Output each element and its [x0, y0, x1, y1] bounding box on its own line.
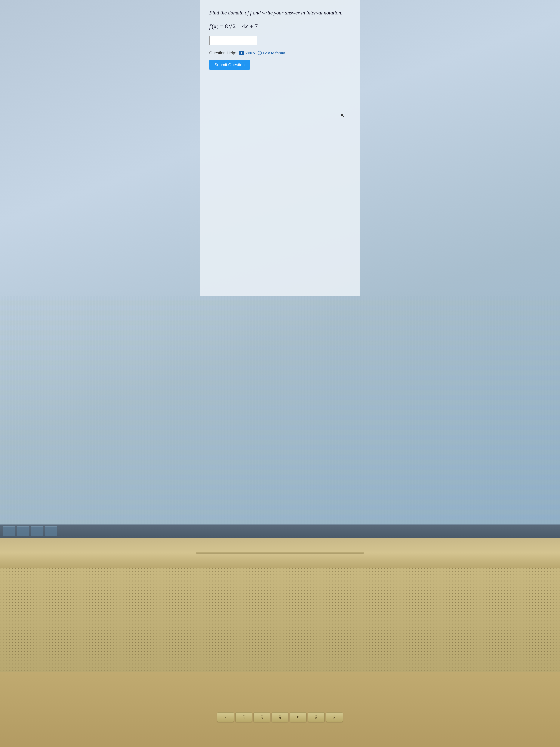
sqrt-radicand: 2 − 4x [233, 22, 247, 29]
key-f7[interactable]: ⏯ f7 [326, 712, 343, 722]
key-fn-label: ⏮ [315, 715, 317, 717]
key-label: ? [225, 716, 226, 719]
answer-input[interactable] [209, 36, 258, 45]
video-label: Video [245, 51, 255, 55]
help-label: Question Help: [209, 51, 236, 55]
moire-pattern [0, 296, 560, 538]
mouse-cursor: ↖ [341, 112, 345, 119]
formula-left: f [209, 23, 211, 30]
submit-question-button[interactable]: Submit Question [209, 60, 250, 70]
key-f6[interactable]: ⏮ f6 [308, 712, 325, 722]
sqrt-radical-symbol: √ [229, 22, 233, 29]
screen-content: Find the domain of f and write your answ… [201, 0, 359, 296]
keyboard-row: ? ✳ f2 ✳ f3 □ f4 f5 ⏮ f6 ⏯ f7 [0, 672, 560, 747]
key-label: f5 [297, 716, 299, 719]
key-label: f2 [243, 717, 245, 720]
key-f2[interactable]: ✳ f2 [235, 712, 252, 722]
math-formula: f (x) = 8 √ 2 − 4x + 7 [209, 22, 351, 30]
question-text: Find the domain of f and write your answ… [209, 9, 351, 17]
speaker-dots-pattern [0, 568, 560, 672]
key-f3[interactable]: ✳ f3 [254, 712, 270, 722]
taskbar [0, 524, 560, 538]
forum-help-link[interactable]: Post to forum [258, 51, 285, 55]
laptop-screen: Find the domain of f and write your answ… [0, 0, 560, 538]
sqrt-expression: √ 2 − 4x [229, 22, 247, 29]
key-fn-label: ✳ [243, 715, 245, 717]
video-help-link[interactable]: Video [239, 51, 255, 55]
help-row: Question Help: Video Post to forum [209, 51, 351, 55]
key-f5[interactable]: f5 [290, 712, 306, 722]
key-f4[interactable]: □ f4 [272, 712, 288, 722]
forum-circle-icon [258, 51, 262, 55]
key-fn-label: ⏯ [334, 715, 336, 717]
formula-right: + 7 [248, 23, 258, 30]
taskbar-item-1[interactable] [3, 526, 15, 536]
video-play-icon [239, 51, 244, 55]
speaker-grille [0, 568, 560, 672]
taskbar-item-4[interactable] [45, 526, 57, 536]
key-question-mark[interactable]: ? [217, 712, 234, 722]
hinge-strip [196, 552, 364, 553]
key-fn-label: ✳ [261, 715, 263, 717]
key-label: f3 [261, 717, 263, 720]
formula-paren-x: (x) = 8 [212, 23, 228, 30]
key-label: f4 [279, 717, 281, 720]
key-label: f7 [334, 717, 336, 720]
key-fn-label: □ [279, 715, 281, 717]
taskbar-item-3[interactable] [31, 526, 43, 536]
forum-label: Post to forum [263, 51, 285, 55]
screen-bezel-bottom [0, 538, 560, 568]
key-label: f6 [315, 717, 317, 720]
taskbar-item-2[interactable] [17, 526, 29, 536]
